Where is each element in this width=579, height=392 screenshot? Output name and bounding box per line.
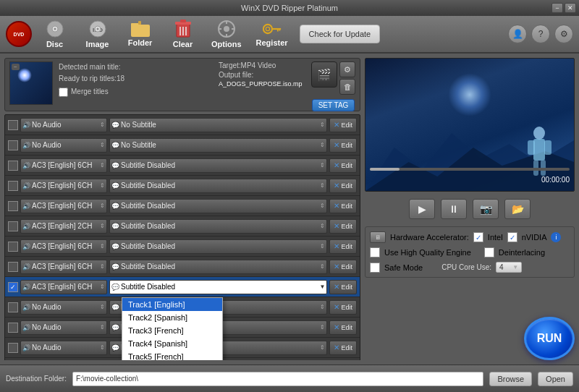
edit-btn-5[interactable]: ✕Edit bbox=[329, 219, 357, 234]
track-checkbox-9[interactable] bbox=[8, 302, 18, 312]
nvidia-label: nVIDIA bbox=[522, 233, 547, 242]
edit-btn-2[interactable]: ✕Edit bbox=[329, 158, 357, 173]
svg-point-23 bbox=[266, 27, 269, 30]
audio-select-0[interactable]: 🔊No Audio⇕ bbox=[20, 118, 107, 132]
track-checkbox-11[interactable] bbox=[8, 343, 18, 353]
register-button[interactable]: Register bbox=[250, 18, 294, 50]
options-icon bbox=[216, 20, 237, 38]
edit-btn-6[interactable]: ✕Edit bbox=[329, 239, 357, 254]
deinterlace-checkbox[interactable] bbox=[484, 247, 494, 257]
subtitle-select-4[interactable]: 💬Subtitle Disabled⇕ bbox=[109, 199, 327, 213]
cpu-select[interactable]: 4 ▼ bbox=[496, 262, 522, 273]
dropdown-item[interactable]: Track2 [Spanish] bbox=[122, 311, 222, 324]
subtitle-select-3[interactable]: 💬Subtitle Disabled⇕ bbox=[109, 179, 327, 193]
dropdown-item[interactable]: Track4 [Spanish] bbox=[122, 337, 222, 350]
clear-button[interactable]: Clear bbox=[163, 18, 203, 50]
image-button[interactable]: ISO Image bbox=[77, 18, 117, 50]
quality-checkbox[interactable] bbox=[370, 247, 380, 257]
edit-btn-7[interactable]: ✕Edit bbox=[329, 260, 357, 274]
dropdown-item[interactable]: Track5 [French] bbox=[122, 350, 222, 360]
edit-btn-9[interactable]: ✕Edit bbox=[329, 300, 357, 315]
edit-btn-10[interactable]: ✕Edit bbox=[329, 320, 357, 335]
subtitle-select-6[interactable]: 💬Subtitle Disabled⇕ bbox=[109, 239, 327, 254]
status-bar: Destination Folder: F:\movie-collection\… bbox=[0, 365, 579, 392]
audio-select-10[interactable]: 🔊No Audio⇕ bbox=[20, 320, 107, 335]
help-icon-btn[interactable]: ? bbox=[531, 25, 550, 43]
svg-rect-12 bbox=[180, 20, 186, 22]
audio-select-1[interactable]: 🔊No Audio⇕ bbox=[20, 138, 107, 153]
disc-button[interactable]: Disc bbox=[35, 18, 75, 50]
run-button[interactable]: RUN bbox=[524, 317, 575, 360]
options-button[interactable]: Options bbox=[206, 18, 248, 50]
folder-icon bbox=[130, 21, 151, 37]
track-checkbox-3[interactable] bbox=[8, 181, 18, 191]
track-checkbox-1[interactable] bbox=[8, 140, 18, 150]
dropdown-item[interactable]: Track1 [English] bbox=[122, 298, 222, 311]
subtitle-select-5[interactable]: 💬Subtitle Disabled⇕ bbox=[109, 219, 327, 234]
edit-btn-8[interactable]: ✕Edit bbox=[329, 280, 357, 294]
subtitle-select-2[interactable]: 💬Subtitle Disabled⇕ bbox=[109, 158, 327, 173]
play-btn[interactable]: ▶ bbox=[409, 199, 435, 219]
track-checkbox-10[interactable] bbox=[8, 323, 18, 333]
folder-button[interactable]: Folder bbox=[120, 18, 160, 50]
svg-rect-31 bbox=[528, 140, 535, 155]
key-icon bbox=[262, 21, 282, 37]
gear-small-btn[interactable]: ⚙ bbox=[339, 61, 355, 77]
intel-checkbox[interactable]: ✓ bbox=[473, 232, 483, 242]
pause-btn[interactable]: ⏸ bbox=[441, 199, 467, 219]
track-checkbox-7[interactable] bbox=[8, 262, 18, 272]
track-checkbox-0[interactable] bbox=[8, 120, 18, 130]
nvidia-checkbox[interactable]: ✓ bbox=[507, 232, 517, 242]
settings-icon-btn[interactable]: ⚙ bbox=[554, 25, 573, 43]
dropdown-item[interactable]: Track3 [French] bbox=[122, 324, 222, 337]
folder-open-btn[interactable]: 📂 bbox=[504, 199, 531, 219]
edit-btn-11[interactable]: ✕Edit bbox=[329, 341, 357, 355]
close-btn[interactable]: ✕ bbox=[565, 3, 576, 13]
subtitle-select-0[interactable]: 💬No Subtitle⇕ bbox=[109, 118, 327, 132]
edit-btn-4[interactable]: ✕Edit bbox=[329, 199, 357, 213]
audio-select-2[interactable]: 🔊AC3 [English] 6CH⇕ bbox=[20, 158, 107, 173]
track-row: 🔊AC3 [English] 6CH⇕💬Subtitle Disabled⇕✕E… bbox=[5, 196, 360, 216]
check-update-button[interactable]: Check for Update bbox=[300, 25, 381, 43]
browse-button[interactable]: Browse bbox=[489, 372, 532, 386]
audio-select-8[interactable]: 🔊AC3 [English] 6CH⇕ bbox=[20, 280, 107, 294]
safe-checkbox[interactable] bbox=[370, 263, 380, 273]
screenshot-btn[interactable]: 📷 bbox=[473, 199, 499, 219]
edit-btn-1[interactable]: ✕Edit bbox=[329, 138, 357, 153]
audio-select-3[interactable]: 🔊AC3 [English] 6CH⇕ bbox=[20, 179, 107, 193]
user-icon-btn[interactable]: 👤 bbox=[508, 25, 527, 43]
audio-select-7[interactable]: 🔊AC3 [English] 6CH⇕ bbox=[20, 260, 107, 274]
open-button[interactable]: Open bbox=[538, 372, 573, 386]
audio-select-4[interactable]: 🔊AC3 [English] 6CH⇕ bbox=[20, 199, 107, 213]
info-icon[interactable]: i bbox=[551, 232, 561, 242]
audio-select-9[interactable]: 🔊No Audio⇕ bbox=[20, 300, 107, 315]
track-checkbox-4[interactable] bbox=[8, 201, 18, 211]
quality-label: Use High Quality Engine bbox=[384, 248, 471, 257]
edit-btn-3[interactable]: ✕Edit bbox=[329, 179, 357, 193]
subtitle-select-7[interactable]: 💬Subtitle Disabled⇕ bbox=[109, 260, 327, 274]
cpu-label: CPU Core Use: bbox=[441, 263, 491, 271]
film-icon-btn[interactable]: 🎬 bbox=[311, 61, 337, 88]
options-panel: 🖥 Hardware Accelerator: ✓ Intel ✓ nVIDIA… bbox=[365, 226, 575, 278]
title-bar: WinX DVD Ripper Platinum − ✕ bbox=[0, 0, 579, 16]
minimize-btn[interactable]: − bbox=[551, 3, 563, 13]
merge-checkbox[interactable] bbox=[59, 88, 68, 97]
destination-path[interactable]: F:\movie-collection\ bbox=[72, 372, 483, 386]
track-checkbox-5[interactable] bbox=[8, 221, 18, 231]
track-checkbox-8[interactable]: ✓ bbox=[8, 282, 18, 292]
subtitle-select-1[interactable]: 💬No Subtitle⇕ bbox=[109, 138, 327, 153]
subtitle-dropdown[interactable]: Track1 [English]Track2 [Spanish]Track3 [… bbox=[122, 297, 223, 360]
delete-small-btn[interactable]: 🗑 bbox=[339, 79, 355, 95]
set-tag-btn[interactable]: SET TAG bbox=[312, 99, 355, 111]
track-row: 🔊AC3 [English] 6CH⇕💬Subtitle Disabled⇕✕E… bbox=[5, 237, 360, 257]
track-checkbox-2[interactable] bbox=[8, 161, 18, 171]
subtitle-select-8[interactable]: 💬Subtitle Disabled▼ bbox=[109, 280, 327, 294]
audio-select-11[interactable]: 🔊No Audio⇕ bbox=[20, 341, 107, 355]
hw-accel-label: Hardware Accelerator: bbox=[390, 233, 469, 242]
audio-select-6[interactable]: 🔊AC3 [English] 6CH⇕ bbox=[20, 239, 107, 254]
audio-select-5[interactable]: 🔊AC3 [English] 2CH⇕ bbox=[20, 219, 107, 234]
edit-btn-0[interactable]: ✕Edit bbox=[329, 118, 357, 132]
preview-glow bbox=[448, 73, 491, 116]
svg-rect-8 bbox=[131, 23, 139, 27]
track-checkbox-6[interactable] bbox=[8, 242, 18, 252]
